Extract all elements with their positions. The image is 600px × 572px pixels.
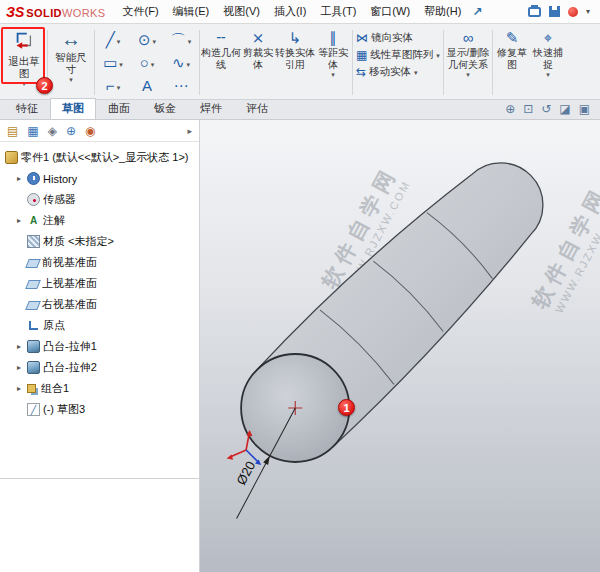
linear-sketch-pattern-button[interactable]: ▦ 线性草图阵列 ▾ [356, 48, 440, 62]
tree-item-label: 注解 [43, 213, 65, 228]
repair-sketch-button[interactable]: ✎ 修复草图 [494, 26, 530, 99]
origin-icon [29, 321, 38, 330]
solidworks-logo: ЗS SOLIDWORKS [6, 4, 106, 20]
model-body[interactable] [241, 163, 543, 462]
menu-tools[interactable]: 工具(T) [313, 1, 363, 22]
move-entities-button[interactable]: ⇆ 移动实体 ▾ [356, 65, 440, 79]
tree-item-origin[interactable]: 原点 [0, 315, 199, 336]
tree-item-boss-extrude1[interactable]: ▸ 凸台-拉伸1 [0, 336, 199, 357]
exit-sketch-icon [13, 29, 35, 53]
construction-geometry-button[interactable]: ╌ 构造几何线 [201, 26, 241, 99]
chevron-down-icon[interactable]: ▾ [188, 38, 192, 45]
configurationmanager-tab[interactable]: ◈ [48, 124, 57, 138]
tree-item-right-plane[interactable]: 右视基准面 [0, 294, 199, 315]
menu-edit[interactable]: 编辑(E) [166, 1, 217, 22]
expand-arrow-icon[interactable]: ▸ [14, 216, 24, 225]
ribbon-separator [94, 30, 95, 95]
chevron-down-icon[interactable]: ▾ [151, 61, 155, 68]
dimension-text[interactable]: Ø20 [234, 459, 259, 488]
chevron-down-icon[interactable]: ▾ [546, 71, 550, 78]
construction-geometry-label: 构造几何线 [201, 47, 241, 70]
tab-sketch[interactable]: 草图 [50, 98, 96, 119]
smart-dimension-button[interactable]: ↔ 智能尺寸 ▾ [49, 26, 93, 99]
ellipse-tool-button[interactable]: ○▾ [130, 51, 164, 74]
convert-entities-button[interactable]: ↳ 转换实体引用 [275, 26, 315, 99]
circle-icon: ⊙ [138, 32, 151, 47]
solidworks-logo-icon: ЗS [6, 4, 24, 20]
tree-item-top-plane[interactable]: 上视基准面 [0, 273, 199, 294]
rectangle-tool-button[interactable]: ▭▾ [96, 51, 130, 74]
dimxpert-tab[interactable]: ⊕ [66, 124, 76, 138]
expand-arrow-icon[interactable]: ▸ [14, 174, 24, 183]
expand-arrow-icon[interactable]: ▸ [14, 342, 24, 351]
displaymanager-tab[interactable]: ◉ [85, 124, 95, 138]
tree-item-boss-extrude2[interactable]: ▸ 凸台-拉伸2 [0, 357, 199, 378]
tree-item-combine1[interactable]: ▸ 组合1 [0, 378, 199, 399]
menu-help[interactable]: 帮助(H) [417, 1, 468, 22]
arc-tool-button[interactable]: ⌒▾ [164, 28, 198, 51]
chevron-down-icon[interactable]: ▾ [436, 52, 440, 59]
propertymanager-tab[interactable]: ▦ [27, 124, 38, 138]
tab-sheet-metal[interactable]: 钣金 [142, 98, 188, 119]
section-view-icon[interactable]: ◪ [559, 102, 570, 116]
tab-evaluate[interactable]: 评估 [234, 98, 280, 119]
tree-item-front-plane[interactable]: 前视基准面 [0, 252, 199, 273]
offset-entities-label: 等距实体 [315, 47, 351, 70]
rotate-view-icon[interactable]: ↺ [541, 102, 551, 116]
tree-item-sensors[interactable]: 传感器 [0, 189, 199, 210]
arc-icon: ⌒ [171, 32, 186, 47]
menu-insert[interactable]: 插入(I) [267, 1, 313, 22]
plane-icon [25, 280, 41, 289]
line-tool-button[interactable]: ╱▾ [96, 28, 130, 51]
zoom-area-icon[interactable]: ⊕ [505, 102, 515, 116]
main-area: ▤ ▦ ◈ ⊕ ◉ ▸ 零件1 (默认<<默认>_显示状态 1>) ▸ Hist… [0, 120, 600, 572]
expand-arrow-icon[interactable]: ▸ [14, 384, 24, 393]
rectangle-icon: ▭ [103, 55, 117, 70]
menubar-flyout-arrow-icon[interactable]: ↗ [472, 5, 482, 19]
tab-surfaces[interactable]: 曲面 [96, 98, 142, 119]
resources-icon[interactable] [568, 7, 578, 17]
chevron-down-icon[interactable]: ▾ [22, 80, 26, 87]
quick-snaps-button[interactable]: ⌖ 快速捕捉 ▾ [530, 26, 566, 99]
chevron-down-icon[interactable]: ▾ [69, 76, 73, 83]
featuremanager-tab[interactable]: ▤ [7, 124, 18, 138]
mirror-entities-button[interactable]: ⋈ 镜向实体 [356, 31, 440, 45]
chevron-down-icon[interactable]: ▾ [153, 38, 157, 45]
menu-file[interactable]: 文件(F) [116, 1, 166, 22]
tree-item-material[interactable]: 材质 <未指定> [0, 231, 199, 252]
view-orientation-icon[interactable]: ▣ [579, 102, 590, 116]
chevron-down-icon[interactable]: ▾ [187, 61, 191, 68]
model-3d[interactable]: Ø20 [200, 120, 600, 572]
offset-entities-button[interactable]: ∥ 等距实体 ▾ [315, 26, 351, 99]
chevron-down-icon[interactable]: ▾ [414, 69, 418, 76]
trim-entities-button[interactable]: ⨯ 剪裁实体 [241, 26, 275, 99]
tab-features[interactable]: 特征 [4, 98, 50, 119]
spline-icon: ∿ [172, 55, 185, 70]
chevron-down-icon[interactable]: ▾ [466, 71, 470, 78]
chevron-down-icon[interactable]: ▾ [586, 7, 590, 16]
tree-item-annotations[interactable]: ▸ 注解 [0, 210, 199, 231]
chevron-down-icon[interactable]: ▾ [331, 71, 335, 78]
tree-item-part-root[interactable]: 零件1 (默认<<默认>_显示状态 1>) [0, 147, 199, 168]
menu-view[interactable]: 视图(V) [216, 1, 267, 22]
circle-tool-button[interactable]: ⊙▾ [130, 28, 164, 51]
zoom-fit-icon[interactable]: ⊡ [523, 102, 533, 116]
text-tool-button[interactable]: A [130, 74, 164, 97]
spline-tool-button[interactable]: ∿▾ [164, 51, 198, 74]
panel-expand-icon[interactable]: ▸ [187, 126, 192, 136]
tree-item-sketch3[interactable]: (-) 草图3 [0, 399, 199, 420]
tab-weldments[interactable]: 焊件 [188, 98, 234, 119]
panel-splitter[interactable] [0, 478, 199, 484]
tree-item-history[interactable]: ▸ History [0, 168, 199, 189]
chevron-down-icon[interactable]: ▾ [119, 61, 123, 68]
save-icon[interactable] [549, 6, 560, 17]
display-delete-relations-button[interactable]: ∞ 显示/删除几何关系 ▾ [445, 26, 491, 99]
graphics-area[interactable]: 软件自学网 WWW.RJZXW.COM 软件自学网 WWW.RJZXW.COM [200, 120, 600, 572]
print-icon[interactable] [528, 7, 541, 17]
expand-arrow-icon[interactable]: ▸ [14, 363, 24, 372]
chevron-down-icon[interactable]: ▾ [117, 38, 121, 45]
more-tools-button[interactable]: ⋯ [164, 74, 198, 97]
menu-window[interactable]: 窗口(W) [363, 1, 417, 22]
chevron-down-icon[interactable]: ▾ [117, 84, 121, 91]
fillet-tool-button[interactable]: ⌐▾ [96, 74, 130, 97]
